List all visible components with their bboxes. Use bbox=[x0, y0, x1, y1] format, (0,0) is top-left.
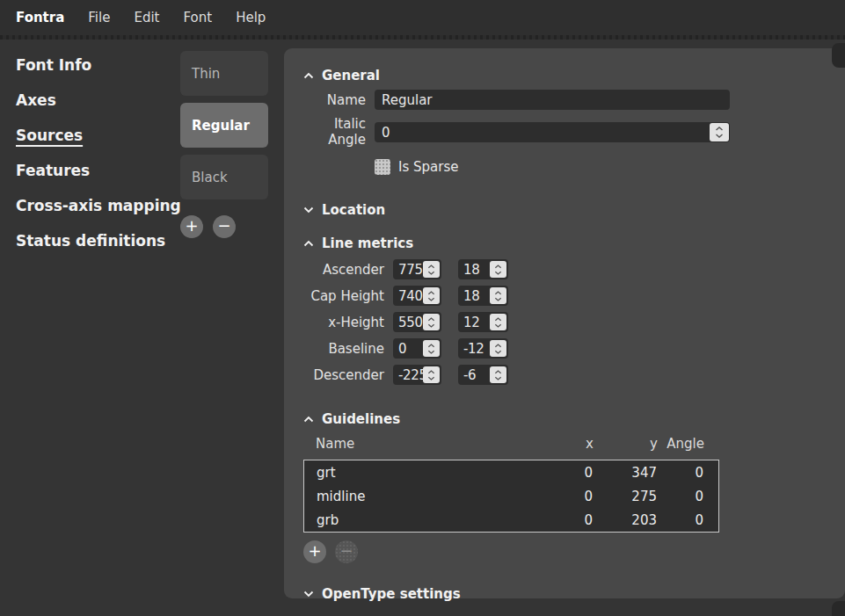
sidebar-item-axes[interactable]: Axes bbox=[16, 83, 178, 118]
source-item-black[interactable]: Black bbox=[180, 155, 268, 199]
guideline-row-grt[interactable]: grt 0 347 0 bbox=[304, 460, 718, 484]
app-title: Fontra bbox=[16, 10, 64, 25]
stepper-arrows-icon bbox=[494, 344, 502, 354]
remove-guideline-button[interactable]: − bbox=[335, 540, 358, 563]
baseline-label: Baseline bbox=[303, 341, 384, 357]
stepper-arrows-icon bbox=[494, 317, 502, 328]
stepper[interactable] bbox=[423, 314, 440, 330]
menu-bar: Fontra File Edit Font Help bbox=[0, 0, 845, 35]
metric-row-cap-height: Cap Height 740 18 bbox=[303, 286, 845, 306]
descender-value-input[interactable]: -225 bbox=[393, 365, 441, 385]
guidelines-table-header: Name x y Angle bbox=[303, 436, 719, 452]
metric-row-descender: Descender -225 -6 bbox=[303, 365, 845, 385]
descender-label: Descender bbox=[303, 367, 384, 383]
collapse-chevron-icon bbox=[303, 240, 314, 247]
line-metrics-section-header[interactable]: Line metrics bbox=[303, 236, 845, 251]
sidebar-item-cross-axis-mapping[interactable]: Cross-axis mapping bbox=[16, 188, 178, 223]
stepper-arrows-icon bbox=[494, 265, 502, 275]
stepper[interactable] bbox=[423, 261, 440, 278]
stepper[interactable] bbox=[490, 314, 506, 330]
italic-angle-stepper[interactable] bbox=[710, 123, 729, 141]
stepper-arrows-icon bbox=[427, 291, 435, 301]
menu-edit[interactable]: Edit bbox=[134, 10, 159, 25]
guidelines-section-header[interactable]: Guidelines bbox=[303, 411, 845, 427]
collapse-chevron-icon bbox=[303, 72, 314, 79]
name-field-label: Name bbox=[303, 92, 366, 108]
column-header-y: y bbox=[594, 436, 658, 452]
menu-help[interactable]: Help bbox=[236, 10, 266, 25]
column-header-x: x bbox=[541, 436, 594, 452]
expand-chevron-icon bbox=[303, 591, 314, 598]
menu-font[interactable]: Font bbox=[183, 10, 212, 25]
sources-list: Thin Regular Black + − bbox=[180, 51, 268, 238]
stepper-arrows-icon bbox=[427, 344, 435, 354]
italic-angle-field-label: Italic Angle bbox=[303, 116, 366, 148]
add-guideline-button[interactable]: + bbox=[303, 540, 326, 563]
metric-row-ascender: Ascender 775 18 bbox=[303, 259, 845, 279]
stepper-arrows-icon bbox=[494, 370, 502, 380]
opentype-section-title: OpenType settings bbox=[322, 586, 461, 602]
ascender-zone-input[interactable]: 18 bbox=[458, 259, 508, 279]
collapse-chevron-icon bbox=[303, 416, 314, 423]
sidebar-item-font-info[interactable]: Font Info bbox=[16, 47, 178, 83]
source-details-panel: General Name Italic Angle 0 Is Sparse Lo… bbox=[284, 48, 845, 598]
x-height-zone-input[interactable]: 12 bbox=[458, 312, 508, 332]
add-source-button[interactable]: + bbox=[180, 215, 203, 238]
stepper[interactable] bbox=[490, 287, 506, 304]
stepper-arrows-icon bbox=[494, 291, 502, 301]
baseline-value-input[interactable]: 0 bbox=[393, 338, 441, 359]
expand-chevron-icon bbox=[303, 207, 314, 214]
cap-height-zone-input[interactable]: 18 bbox=[458, 286, 508, 306]
guideline-row-grb[interactable]: grb 0 203 0 bbox=[304, 508, 718, 532]
opentype-section-header[interactable]: OpenType settings bbox=[303, 586, 845, 602]
x-height-value-input[interactable]: 550 bbox=[393, 312, 441, 332]
stepper[interactable] bbox=[490, 261, 506, 278]
font-info-sidebar: Font Info Axes Sources Features Cross-ax… bbox=[16, 47, 178, 258]
baseline-zone-input[interactable]: -12 bbox=[458, 338, 508, 359]
stepper-arrows-icon bbox=[715, 127, 724, 138]
cap-height-value-input[interactable]: 740 bbox=[393, 286, 441, 306]
line-metrics-section-title: Line metrics bbox=[322, 236, 413, 251]
sidebar-item-sources[interactable]: Sources bbox=[16, 118, 178, 153]
stepper[interactable] bbox=[423, 340, 440, 357]
name-input[interactable] bbox=[375, 90, 730, 110]
right-panel-tab-bottom[interactable] bbox=[832, 601, 845, 616]
stepper-arrows-icon bbox=[427, 370, 435, 380]
is-sparse-checkbox[interactable] bbox=[375, 159, 390, 175]
stepper[interactable] bbox=[490, 340, 506, 357]
right-panel-tab[interactable] bbox=[832, 43, 845, 68]
cap-height-label: Cap Height bbox=[303, 288, 384, 304]
location-section-title: Location bbox=[322, 202, 385, 218]
menubar-separator bbox=[0, 35, 845, 40]
ascender-value-input[interactable]: 775 bbox=[393, 259, 441, 279]
menu-file[interactable]: File bbox=[88, 10, 110, 25]
italic-angle-input[interactable]: 0 bbox=[375, 122, 730, 142]
stepper[interactable] bbox=[490, 366, 506, 383]
column-header-name: Name bbox=[307, 436, 541, 452]
remove-source-button[interactable]: − bbox=[213, 215, 236, 238]
stepper-arrows-icon bbox=[427, 265, 435, 275]
stepper[interactable] bbox=[423, 366, 440, 383]
general-section-header[interactable]: General bbox=[303, 68, 845, 83]
guideline-row-midline[interactable]: midline 0 275 0 bbox=[304, 484, 718, 508]
metric-row-x-height: x-Height 550 12 bbox=[303, 312, 845, 332]
general-section-title: General bbox=[322, 68, 380, 83]
guidelines-table: grt 0 347 0 midline 0 275 0 grb 0 203 0 bbox=[303, 460, 719, 533]
source-item-thin[interactable]: Thin bbox=[180, 51, 268, 96]
sidebar-item-features[interactable]: Features bbox=[16, 153, 178, 188]
metric-row-baseline: Baseline 0 -12 bbox=[303, 338, 845, 359]
is-sparse-label: Is Sparse bbox=[398, 159, 458, 175]
source-item-regular[interactable]: Regular bbox=[180, 103, 268, 148]
guidelines-section-title: Guidelines bbox=[322, 411, 400, 427]
stepper-arrows-icon bbox=[427, 317, 435, 328]
location-section-header[interactable]: Location bbox=[303, 202, 845, 218]
column-header-angle: Angle bbox=[658, 436, 719, 452]
descender-zone-input[interactable]: -6 bbox=[458, 365, 508, 385]
x-height-label: x-Height bbox=[303, 315, 384, 330]
sidebar-item-status-definitions[interactable]: Status definitions bbox=[16, 223, 178, 258]
stepper[interactable] bbox=[423, 287, 440, 304]
ascender-label: Ascender bbox=[303, 262, 384, 278]
